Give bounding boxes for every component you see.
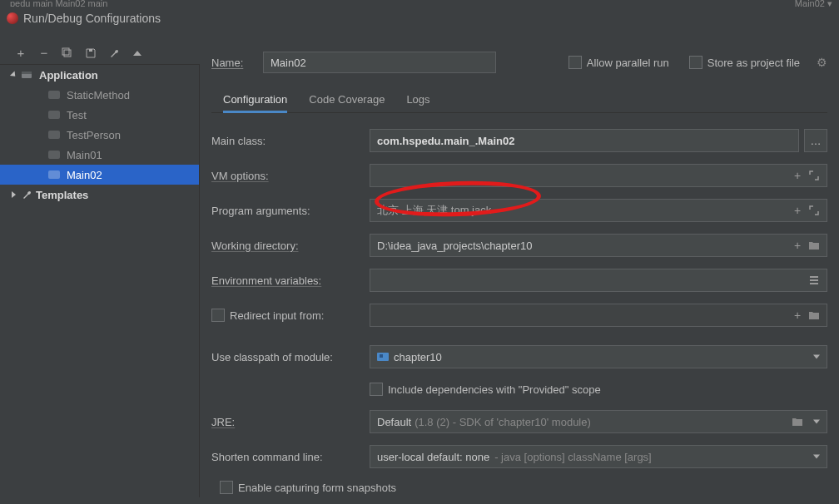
include-deps-checkbox[interactable]: Include dependencies with "Provided" sco… xyxy=(370,374,827,404)
env-vars-label: Environment variables: xyxy=(211,274,370,287)
program-args-value: 北京 上海 天津 tom jack xyxy=(377,203,820,218)
tree-item-label: StaticMethod xyxy=(67,89,130,101)
chevron-right-icon xyxy=(12,191,16,198)
svg-rect-0 xyxy=(64,50,71,57)
classpath-value: chapter10 xyxy=(394,351,442,363)
jre-label: JRE: xyxy=(211,416,370,428)
tree-node-application[interactable]: Application xyxy=(0,65,199,85)
store-as-project-checkbox[interactable]: Store as project file xyxy=(689,56,800,69)
browse-class-button[interactable]: … xyxy=(804,129,827,152)
jre-select[interactable]: Default (1.8 (2) - SDK of 'chapter10' mo… xyxy=(370,410,827,433)
tree-item-label: Test xyxy=(67,109,87,121)
breadcrumb: pedu main Main02 main xyxy=(0,0,839,7)
redirect-input-field xyxy=(370,304,827,327)
shorten-cmd-label: Shorten command line: xyxy=(211,451,370,463)
checkbox-icon xyxy=(370,383,383,396)
config-item-icon xyxy=(48,170,60,179)
program-args-label: Program arguments: xyxy=(211,205,370,217)
add-icon[interactable] xyxy=(790,203,805,218)
program-args-row: Program arguments: 北京 上海 天津 tom jack xyxy=(211,193,827,228)
tab-logs[interactable]: Logs xyxy=(406,86,429,113)
name-row: Name: Allow parallel run Store as projec… xyxy=(211,50,827,75)
triangle-up-icon xyxy=(133,51,141,56)
tree-item-main01[interactable]: Main01 xyxy=(0,145,199,165)
config-tree: Application StaticMethod Test TestPerson… xyxy=(0,65,200,497)
tree-node-label: Templates xyxy=(36,189,88,201)
svg-rect-5 xyxy=(810,276,818,278)
chevron-down-icon xyxy=(813,420,820,424)
capture-snapshots-row: Enable capturing form snapshots xyxy=(211,474,827,501)
add-icon[interactable] xyxy=(790,168,805,183)
config-name-input[interactable] xyxy=(263,52,496,73)
checkbox-icon xyxy=(568,56,582,69)
svg-rect-2 xyxy=(89,49,92,52)
chevron-down-icon xyxy=(813,355,820,359)
tabs: Configuration Code Coverage Logs xyxy=(211,86,827,113)
classpath-label: Use classpath of module: xyxy=(211,351,370,363)
jre-row: JRE: Default (1.8 (2) - SDK of 'chapter1… xyxy=(211,404,827,439)
shorten-cmd-value: user-local default: none xyxy=(377,451,489,463)
svg-rect-4 xyxy=(22,72,32,74)
tab-configuration[interactable]: Configuration xyxy=(223,86,287,113)
list-icon[interactable] xyxy=(807,273,822,288)
tree-item-staticmethod[interactable]: StaticMethod xyxy=(0,85,199,105)
vm-options-label: VM options: xyxy=(211,170,370,182)
checkbox-label: Store as project file xyxy=(707,57,800,69)
tree-item-label: TestPerson xyxy=(67,129,121,141)
save-config-button[interactable] xyxy=(82,45,100,62)
shorten-cmd-select[interactable]: user-local default: none - java [options… xyxy=(370,445,827,468)
settings-gear-icon[interactable]: ⚙ xyxy=(817,56,827,69)
svg-rect-1 xyxy=(62,48,69,55)
tree-item-label: Main02 xyxy=(67,169,102,181)
capture-snapshots-checkbox[interactable]: Enable capturing form snapshots xyxy=(220,481,396,494)
chevron-down-icon xyxy=(813,455,820,459)
checkbox-icon xyxy=(689,56,702,69)
module-icon xyxy=(377,353,389,361)
vm-options-input[interactable] xyxy=(370,164,827,187)
tree-item-testperson[interactable]: TestPerson xyxy=(0,125,199,145)
edit-templates-button[interactable] xyxy=(105,45,123,62)
tree-toolbar: + − xyxy=(0,42,200,65)
run-config-selector[interactable]: Main02 ▾ xyxy=(795,0,832,7)
top-right-widgets: Main02 ▾ xyxy=(795,0,832,7)
folder-icon[interactable] xyxy=(790,414,805,429)
checkbox-icon[interactable] xyxy=(211,309,225,322)
classpath-select[interactable]: chapter10 xyxy=(370,345,827,368)
add-config-button[interactable]: + xyxy=(12,45,30,62)
config-item-icon xyxy=(48,91,60,99)
tree-item-main02[interactable]: Main02 xyxy=(0,165,199,185)
wrench-icon xyxy=(21,189,32,200)
main-class-input[interactable]: com.hspedu.main_.Main02 xyxy=(370,129,799,152)
tab-code-coverage[interactable]: Code Coverage xyxy=(309,86,385,113)
allow-parallel-checkbox[interactable]: Allow parallel run xyxy=(568,56,669,69)
classpath-row: Use classpath of module: chapter10 xyxy=(211,339,827,374)
application-icon xyxy=(21,69,32,82)
remove-config-button[interactable]: − xyxy=(35,45,53,62)
folder-icon[interactable] xyxy=(807,238,822,253)
add-icon[interactable] xyxy=(790,238,805,253)
vm-options-row: VM options: xyxy=(211,158,827,193)
tree-node-templates[interactable]: Templates xyxy=(0,185,199,205)
checkbox-label: Enable capturing form snapshots xyxy=(238,482,396,494)
working-dir-row: Working directory: D:\idea_java_projects… xyxy=(211,228,827,263)
config-item-icon xyxy=(48,131,60,139)
expand-icon[interactable] xyxy=(807,203,822,218)
folder-icon xyxy=(807,308,822,323)
checkbox-label: Include dependencies with "Provided" sco… xyxy=(388,383,601,396)
config-item-icon xyxy=(48,111,60,119)
name-label: Name: xyxy=(211,57,255,69)
svg-rect-6 xyxy=(810,279,818,281)
tree-item-test[interactable]: Test xyxy=(0,105,199,125)
expand-icon[interactable] xyxy=(807,168,822,183)
working-dir-input[interactable]: D:\idea_java_projects\chapter10 xyxy=(370,234,827,257)
jre-suffix: (1.8 (2) - SDK of 'chapter10' module) xyxy=(415,416,591,428)
working-dir-value: D:\idea_java_projects\chapter10 xyxy=(377,240,820,252)
dialog-title: Run/Debug Configurations xyxy=(23,12,161,25)
env-vars-input[interactable] xyxy=(370,269,827,292)
move-up-button[interactable] xyxy=(128,45,146,62)
copy-config-button[interactable] xyxy=(58,45,77,62)
checkbox-icon xyxy=(220,481,233,494)
program-args-input[interactable]: 北京 上海 天津 tom jack xyxy=(370,199,827,222)
shorten-cmd-suffix: - java [options] className [args] xyxy=(494,451,652,463)
env-vars-row: Environment variables: xyxy=(211,263,827,298)
